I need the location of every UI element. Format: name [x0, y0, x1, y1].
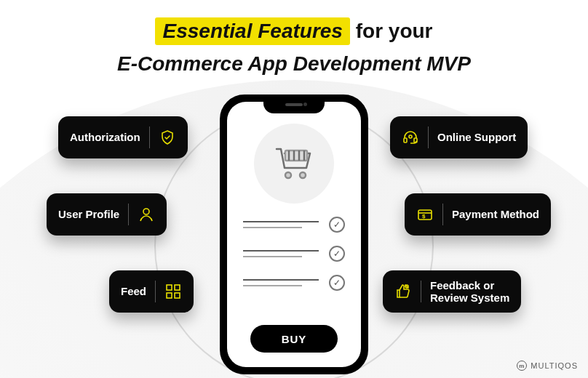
list-item: ✓	[243, 275, 345, 291]
feature-feedback: Feedback or Review System	[383, 270, 521, 313]
title-highlight: Essential Features	[155, 17, 349, 45]
feature-feed: Feed	[109, 270, 194, 313]
check-icon: ✓	[329, 217, 345, 233]
buy-button[interactable]: BUY	[250, 325, 338, 353]
svg-rect-10	[167, 293, 172, 298]
shield-check-icon	[159, 129, 176, 146]
list-item: ✓	[243, 217, 345, 233]
brand-logo-icon: m	[517, 361, 527, 371]
pill-divider	[128, 204, 129, 225]
grid-icon	[164, 283, 182, 300]
list-rows: ✓ ✓ ✓	[243, 217, 345, 304]
feature-label: Authorization	[70, 131, 140, 143]
list-item: ✓	[243, 246, 345, 262]
svg-point-7	[143, 209, 149, 214]
phone-camera	[303, 102, 307, 106]
svg-rect-9	[175, 285, 180, 290]
pill-divider	[155, 281, 156, 302]
feature-label: Payment Method	[452, 208, 539, 220]
feature-label: Feedback or Review System	[430, 279, 509, 305]
user-icon	[138, 206, 155, 223]
phone-speaker	[285, 103, 303, 106]
phone-mock: ✓ ✓ ✓ BUY	[220, 94, 368, 374]
svg-point-14	[409, 135, 412, 138]
check-icon: ✓	[329, 246, 345, 262]
svg-text:$: $	[422, 213, 426, 220]
feature-payment-method: $ Payment Method	[405, 193, 551, 236]
feature-authorization: Authorization	[58, 116, 188, 158]
phone-screen: ✓ ✓ ✓ BUY	[227, 102, 361, 367]
svg-point-5	[285, 172, 291, 178]
brand-watermark: m MULTIQOS	[517, 361, 578, 371]
wallet-icon: $	[416, 206, 434, 223]
feature-label: User Profile	[58, 208, 119, 220]
phone-notch	[263, 97, 325, 113]
thumbs-up-icon	[394, 283, 412, 300]
title-subline: E-Commerce App Development MVP	[0, 52, 588, 76]
pill-divider	[421, 281, 421, 302]
svg-rect-11	[175, 293, 180, 298]
feature-online-support: Online Support	[390, 116, 528, 158]
brand-name: MULTIQOS	[531, 361, 578, 370]
pill-divider	[428, 126, 429, 148]
feature-user-profile: User Profile	[47, 193, 167, 236]
headset-icon	[402, 129, 419, 146]
page-title: Essential Features for your E-Commerce A…	[0, 17, 588, 76]
svg-rect-12	[404, 138, 407, 142]
svg-rect-8	[167, 285, 172, 290]
pill-divider	[149, 126, 150, 148]
pill-divider	[442, 204, 443, 225]
feature-label: Feed	[121, 285, 146, 297]
svg-point-6	[300, 172, 306, 178]
title-rest-text: for your	[356, 20, 433, 42]
check-icon: ✓	[329, 275, 345, 291]
feature-label: Online Support	[437, 131, 516, 143]
cart-icon	[271, 139, 317, 188]
cart-circle	[254, 124, 334, 204]
